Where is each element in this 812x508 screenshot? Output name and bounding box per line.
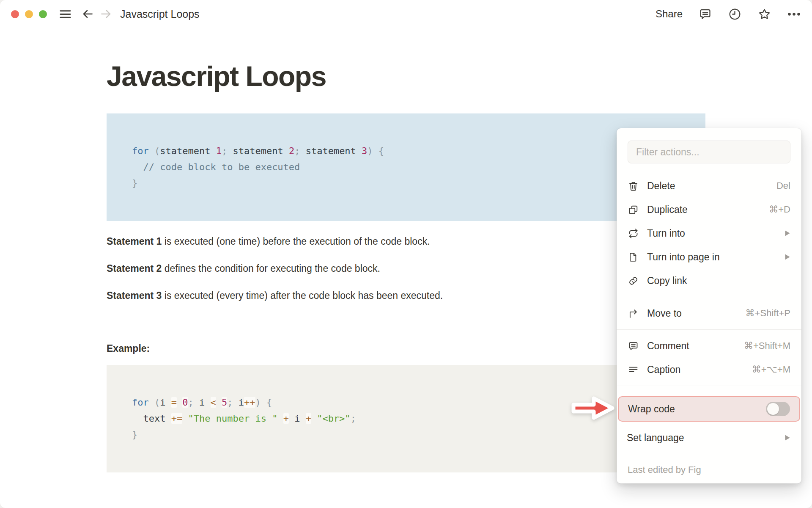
- menu-divider: [617, 329, 801, 330]
- paragraph: Statement 1 is executed (one time) befor…: [107, 235, 705, 248]
- favorite-button[interactable]: [757, 7, 771, 21]
- paragraph: Statement 2 defines the condition for ex…: [107, 262, 705, 275]
- menu-item-move-to[interactable]: Move to ⌘+Shift+P: [617, 301, 801, 325]
- duplicate-icon: [628, 204, 639, 215]
- menu-divider: [617, 386, 801, 386]
- title-bar-actions: Share: [656, 7, 801, 21]
- comment-icon: [698, 7, 712, 21]
- paragraphs: Statement 1 is executed (one time) befor…: [107, 235, 705, 302]
- toggle-knob: [767, 403, 779, 415]
- back-button[interactable]: [81, 8, 94, 20]
- shortcut-hint: ⌘+Shift+M: [744, 340, 790, 351]
- menu-item-comment[interactable]: Comment ⌘+Shift+M: [617, 334, 801, 358]
- clock-icon: [728, 7, 742, 21]
- zoom-button[interactable]: [39, 10, 47, 18]
- wrap-code-toggle[interactable]: [766, 402, 790, 416]
- move-to-icon: [628, 308, 639, 319]
- page-title: Javascript Loops: [107, 59, 705, 93]
- shortcut-hint: ⌘+Shift+P: [746, 308, 790, 319]
- paragraph: Statement 3 is executed (every time) aft…: [107, 289, 705, 302]
- submenu-chevron-icon: [785, 434, 790, 441]
- star-icon: [757, 7, 771, 21]
- shortcut-hint: ⌘+D: [769, 204, 790, 215]
- page-icon: [628, 251, 639, 263]
- code-line: }: [132, 427, 680, 443]
- shortcut-hint: Del: [776, 180, 790, 191]
- menu-item-caption[interactable]: Caption ⌘+⌥+M: [617, 358, 801, 381]
- turn-into-icon: [628, 228, 639, 239]
- link-icon: [628, 275, 639, 287]
- code-block-syntax: for (statement 1; statement 2; statement…: [107, 113, 705, 221]
- code-line: for (statement 1; statement 2; statement…: [132, 143, 680, 159]
- forward-button[interactable]: [100, 8, 112, 20]
- menu-item-turn-into[interactable]: Turn into: [617, 221, 801, 245]
- title-bar: Javascript Loops Share: [0, 0, 812, 28]
- hamburger-menu-icon[interactable]: [59, 8, 72, 21]
- minimize-button[interactable]: [25, 10, 33, 18]
- submenu-chevron-icon: [785, 254, 790, 260]
- ellipsis-icon: [787, 7, 801, 21]
- window-title: Javascript Loops: [120, 8, 200, 20]
- filter-actions-input[interactable]: [628, 141, 790, 163]
- updates-button[interactable]: [728, 7, 742, 21]
- menu-item-turn-into-page-in[interactable]: Turn into page in: [617, 245, 801, 269]
- last-edited-by: Last edited by Fig: [628, 464, 790, 476]
- share-button[interactable]: Share: [656, 8, 683, 20]
- code-line: // code block to be executed: [132, 159, 680, 175]
- last-edited-time: Today at 10:15 PM: [628, 481, 790, 483]
- menu-item-duplicate[interactable]: Duplicate ⌘+D: [617, 198, 801, 221]
- menu-item-delete[interactable]: Delete Del: [617, 174, 801, 198]
- menu-divider: [617, 454, 801, 454]
- close-button[interactable]: [11, 10, 19, 18]
- menu-item-copy-link[interactable]: Copy link: [617, 269, 801, 293]
- example-label: Example:: [107, 342, 705, 355]
- menu-footer: Last edited by Fig Today at 10:15 PM: [617, 458, 801, 483]
- window-controls: [11, 10, 47, 18]
- shortcut-hint: ⌘+⌥+M: [752, 364, 790, 375]
- caption-icon: [628, 364, 639, 375]
- comments-button[interactable]: [698, 7, 712, 21]
- menu-divider: [617, 297, 801, 297]
- block-action-menu: Delete Del Duplicate ⌘+D Turn into Turn …: [617, 128, 801, 483]
- menu-item-wrap-code[interactable]: Wrap code: [618, 396, 800, 422]
- menu-item-set-language[interactable]: Set language: [617, 426, 801, 450]
- trash-icon: [628, 180, 639, 192]
- submenu-chevron-icon: [785, 230, 790, 237]
- app-window: Javascript Loops Share: [0, 0, 812, 508]
- annotation-arrow-icon: [569, 391, 617, 426]
- more-button[interactable]: [787, 7, 801, 21]
- code-line: }: [132, 175, 680, 191]
- comment-icon: [628, 340, 639, 352]
